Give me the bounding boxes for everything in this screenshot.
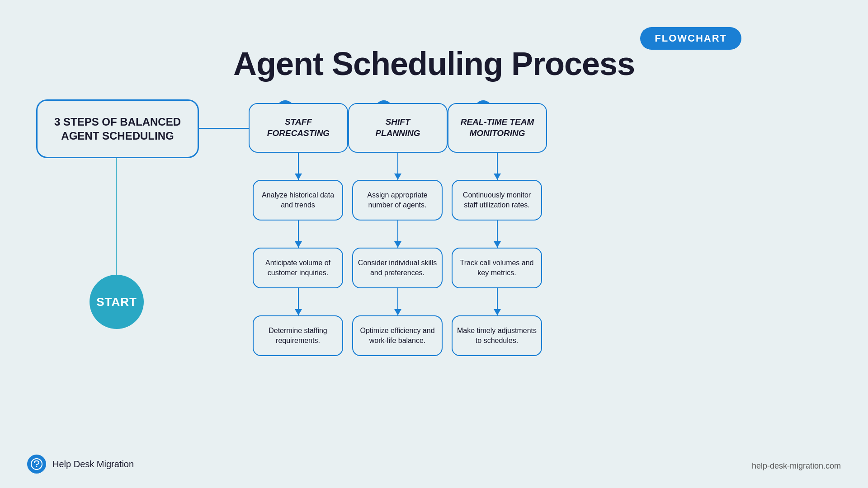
main-box-text: 3 STEPS OF BALANCED AGENT SCHEDULING — [54, 115, 181, 143]
step-3-box: REAL-TIME TEAMMONITORING — [448, 103, 547, 153]
arrow-step1-sub2 — [298, 221, 299, 248]
step1-sub3-text: Determine staffing requirements. — [257, 326, 339, 346]
flowchart-badge: FLOWCHART — [640, 27, 741, 50]
company-name: Help Desk Migration — [52, 459, 134, 469]
step3-sub3: Make timely adjustments to schedules. — [452, 315, 542, 356]
step2-sub1: Assign appropriate number of agents. — [352, 180, 443, 221]
step-2-label: SHIFTPLANNING — [375, 117, 420, 139]
step2-sub2: Consider individual skills and preferenc… — [352, 248, 443, 288]
footer-url: help-desk-migration.com — [752, 461, 841, 471]
step3-sub3-text: Make timely adjustments to schedules. — [456, 326, 538, 346]
step-1-label: STAFFFORECASTING — [267, 117, 330, 139]
arrow-step2-sub2 — [397, 221, 398, 248]
arrow-start-up — [116, 149, 117, 276]
main-box: 3 STEPS OF BALANCED AGENT SCHEDULING — [36, 99, 199, 158]
step3-sub2-text: Track call volumes and key metrics. — [456, 258, 538, 278]
arrow-step1-sub1 — [298, 153, 299, 180]
step2-sub3: Optimize efficiency and work-life balanc… — [352, 315, 443, 356]
step2-sub1-text: Assign appropriate number of agents. — [357, 190, 438, 211]
step1-sub1: Analyze historical data and trends — [253, 180, 343, 221]
step1-sub1-text: Analyze historical data and trends — [257, 190, 339, 211]
step3-sub1-text: Continuously monitor staff utilization r… — [456, 190, 538, 211]
arrow-step2-sub3 — [397, 288, 398, 315]
step1-sub2: Anticipate volume of customer inquiries. — [253, 248, 343, 288]
svg-point-1 — [36, 466, 38, 467]
step1-sub3: Determine staffing requirements. — [253, 315, 343, 356]
step2-sub3-text: Optimize efficiency and work-life balanc… — [357, 326, 438, 346]
step1-sub2-text: Anticipate volume of customer inquiries. — [257, 258, 339, 278]
arrow-step3-sub2 — [497, 221, 498, 248]
page-title: Agent Scheduling Process — [233, 45, 635, 82]
arrow-step3-sub1 — [497, 153, 498, 180]
start-node: START — [90, 275, 144, 329]
step3-sub2: Track call volumes and key metrics. — [452, 248, 542, 288]
arrow-step1-sub3 — [298, 288, 299, 315]
footer-logo: Help Desk Migration — [27, 455, 134, 474]
step-3-label: REAL-TIME TEAMMONITORING — [461, 117, 534, 139]
company-icon — [27, 455, 46, 474]
step-1-box: STAFFFORECASTING — [249, 103, 348, 153]
step3-sub1: Continuously monitor staff utilization r… — [452, 180, 542, 221]
step-2-box: SHIFTPLANNING — [348, 103, 448, 153]
step2-sub2-text: Consider individual skills and preferenc… — [357, 258, 438, 278]
arrow-step2-sub1 — [397, 153, 398, 180]
arrow-step3-sub3 — [497, 288, 498, 315]
